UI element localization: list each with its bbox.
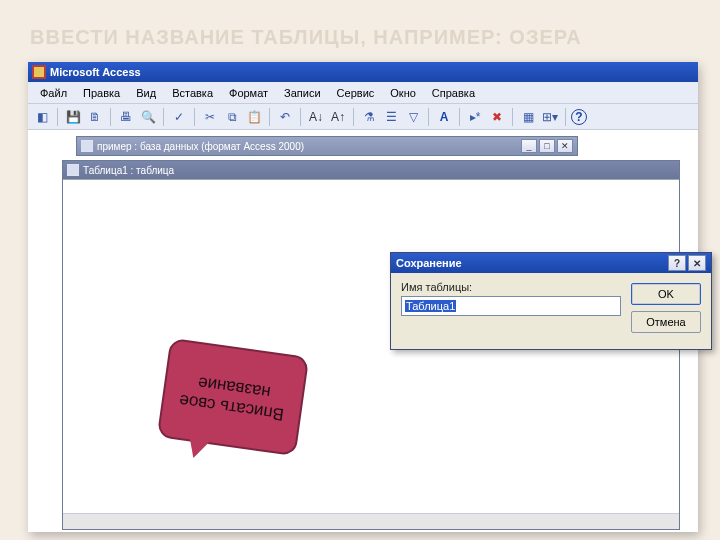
filter-form-icon[interactable]: ☰	[381, 107, 401, 127]
table-name-input[interactable]: Таблица1	[401, 296, 621, 316]
help-icon[interactable]: ?	[571, 109, 587, 125]
table-name-value: Таблица1	[405, 300, 456, 312]
menu-edit[interactable]: Правка	[77, 85, 126, 101]
undo-icon[interactable]: ↶	[275, 107, 295, 127]
menu-insert[interactable]: Вставка	[166, 85, 219, 101]
new-object-icon[interactable]: ⊞▾	[540, 107, 560, 127]
callout-text: Вписать свое название	[169, 368, 297, 426]
save-icon[interactable]: 💾	[63, 107, 83, 127]
copy-icon[interactable]: ⧉	[222, 107, 242, 127]
dialog-help-icon[interactable]: ?	[668, 255, 686, 271]
database-window[interactable]: пример : база данных (формат Access 2000…	[76, 136, 578, 156]
filter-sel-icon[interactable]: ⚗	[359, 107, 379, 127]
db-max-icon[interactable]: □	[539, 139, 555, 153]
menu-records[interactable]: Записи	[278, 85, 327, 101]
sort-desc-icon[interactable]: A↑	[328, 107, 348, 127]
menu-help[interactable]: Справка	[426, 85, 481, 101]
paste-icon[interactable]: 📋	[244, 107, 264, 127]
save-dialog: Сохранение ? ✕ Имя таблицы: Таблица1 OK …	[390, 252, 712, 350]
table-name-label: Имя таблицы:	[401, 281, 621, 293]
menu-tools[interactable]: Сервис	[331, 85, 381, 101]
access-app-icon	[32, 65, 46, 79]
menu-window[interactable]: Окно	[384, 85, 422, 101]
cut-icon[interactable]: ✂	[200, 107, 220, 127]
ok-button[interactable]: OK	[631, 283, 701, 305]
menu-format[interactable]: Формат	[223, 85, 274, 101]
cancel-button[interactable]: Отмена	[631, 311, 701, 333]
db-close-icon[interactable]: ✕	[557, 139, 573, 153]
database-window-titlebar[interactable]: пример : база данных (формат Access 2000…	[77, 137, 577, 155]
print-icon[interactable]: 🖶	[116, 107, 136, 127]
db-min-icon[interactable]: _	[521, 139, 537, 153]
find-icon[interactable]: A	[434, 107, 454, 127]
table-window-title: Таблица1 : таблица	[83, 165, 174, 176]
design-view-icon[interactable]: ◧	[32, 107, 52, 127]
database-icon	[81, 140, 93, 152]
menu-view[interactable]: Вид	[130, 85, 162, 101]
toolbar: ◧ 💾 🗎 🖶 🔍 ✓ ✂ ⧉ 📋 ↶ A↓ A↑ ⚗ ☰ ▽ A ▸* ✖ ▦…	[28, 104, 698, 130]
save-dialog-titlebar[interactable]: Сохранение ? ✕	[391, 253, 711, 273]
new-icon[interactable]: 🗎	[85, 107, 105, 127]
menu-file[interactable]: Файл	[34, 85, 73, 101]
db-window-icon[interactable]: ▦	[518, 107, 538, 127]
delete-record-icon[interactable]: ✖	[487, 107, 507, 127]
app-title: Microsoft Access	[50, 66, 141, 78]
apply-filter-icon[interactable]: ▽	[403, 107, 423, 127]
datasheet-icon	[67, 164, 79, 176]
save-dialog-title: Сохранение	[396, 257, 462, 269]
app-titlebar: Microsoft Access	[28, 62, 698, 82]
callout-bubble: Вписать свое название	[157, 338, 310, 457]
access-screenshot: Microsoft Access Файл Правка Вид Вставка…	[28, 62, 698, 532]
sort-asc-icon[interactable]: A↓	[306, 107, 326, 127]
dialog-close-icon[interactable]: ✕	[688, 255, 706, 271]
table-window-titlebar[interactable]: Таблица1 : таблица	[63, 161, 679, 179]
database-window-title: пример : база данных (формат Access 2000…	[97, 141, 304, 152]
new-record-icon[interactable]: ▸*	[465, 107, 485, 127]
slide-title: ВВЕСТИ НАЗВАНИЕ ТАБЛИЦЫ, НАПРИМЕР: ОЗЕРА	[30, 26, 582, 49]
menubar: Файл Правка Вид Вставка Формат Записи Се…	[28, 82, 698, 104]
spell-icon[interactable]: ✓	[169, 107, 189, 127]
preview-icon[interactable]: 🔍	[138, 107, 158, 127]
table-body	[63, 179, 679, 529]
horizontal-scrollbar[interactable]	[63, 513, 679, 529]
